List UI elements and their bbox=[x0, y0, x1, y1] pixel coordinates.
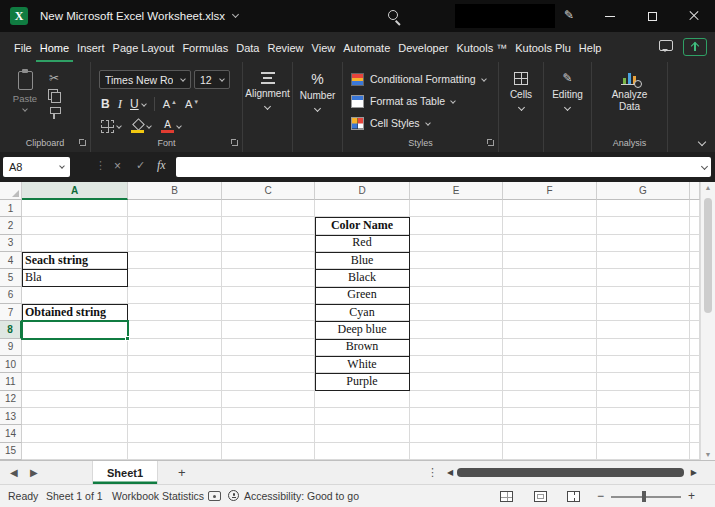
cell-overflow-14[interactable] bbox=[690, 425, 700, 442]
cell-D14[interactable] bbox=[315, 425, 410, 442]
cell-G9[interactable] bbox=[597, 339, 690, 356]
tab-review[interactable]: Review bbox=[263, 36, 307, 62]
cell-D7[interactable]: Cyan bbox=[315, 304, 410, 321]
zoom-slider-thumb[interactable] bbox=[642, 491, 646, 502]
styles-dialog-launcher[interactable] bbox=[487, 139, 495, 147]
tab-file[interactable]: File bbox=[10, 36, 36, 62]
enter-icon[interactable]: ✓ bbox=[136, 159, 145, 172]
cell-B6[interactable] bbox=[128, 287, 222, 304]
cell-C5[interactable] bbox=[222, 269, 315, 286]
cell-E14[interactable] bbox=[410, 425, 503, 442]
underline-button[interactable]: U bbox=[130, 97, 146, 111]
font-dialog-launcher[interactable] bbox=[231, 139, 239, 147]
collapse-ribbon-chevron-icon[interactable] bbox=[698, 138, 706, 146]
tab-insert[interactable]: Insert bbox=[73, 36, 109, 62]
cell-F6[interactable] bbox=[503, 287, 597, 304]
select-all-button[interactable] bbox=[0, 182, 22, 200]
tab-kutools-plu[interactable]: Kutools Plu bbox=[511, 36, 575, 62]
decrease-font-button[interactable]: A▼ bbox=[185, 98, 199, 110]
cell-G7[interactable] bbox=[597, 304, 690, 321]
cell-F14[interactable] bbox=[503, 425, 597, 442]
column-header-G[interactable]: G bbox=[597, 182, 690, 200]
cell-overflow-8[interactable] bbox=[690, 321, 700, 338]
clipboard-dialog-launcher[interactable] bbox=[79, 139, 87, 147]
sheet-tab-sheet1[interactable]: Sheet1 bbox=[92, 461, 158, 484]
document-title[interactable]: New Microsoft Excel Worksheet.xlsx bbox=[40, 10, 225, 22]
row-header-12[interactable]: 12 bbox=[0, 391, 22, 408]
cell-E6[interactable] bbox=[410, 287, 503, 304]
title-chevron-icon[interactable] bbox=[232, 11, 239, 18]
cell-E2[interactable] bbox=[410, 217, 503, 234]
cell-D15[interactable] bbox=[315, 443, 410, 460]
cell-G4[interactable] bbox=[597, 252, 690, 269]
workbook-statistics-button[interactable]: Workbook Statistics bbox=[112, 490, 204, 502]
cell-E12[interactable] bbox=[410, 391, 503, 408]
tab-page-layout[interactable]: Page Layout bbox=[109, 36, 179, 62]
column-header-E[interactable]: E bbox=[410, 182, 503, 200]
font-name-select[interactable]: Times New Ro bbox=[99, 70, 191, 89]
cell-G11[interactable] bbox=[597, 373, 690, 390]
cell-C10[interactable] bbox=[222, 356, 315, 373]
cell-G1[interactable] bbox=[597, 200, 690, 217]
cell-C1[interactable] bbox=[222, 200, 315, 217]
cell-B11[interactable] bbox=[128, 373, 222, 390]
zoom-out-button[interactable]: − bbox=[597, 489, 604, 503]
cell-F3[interactable] bbox=[503, 235, 597, 252]
cell-G15[interactable] bbox=[597, 443, 690, 460]
scroll-down-icon[interactable]: ▼ bbox=[701, 451, 715, 458]
row-header-11[interactable]: 11 bbox=[0, 373, 22, 390]
cell-overflow-7[interactable] bbox=[690, 304, 700, 321]
alignment-group-button[interactable]: Alignment bbox=[243, 72, 292, 109]
cancel-icon[interactable]: × bbox=[114, 159, 121, 173]
cell-B1[interactable] bbox=[128, 200, 222, 217]
cell-C9[interactable] bbox=[222, 339, 315, 356]
cell-G14[interactable] bbox=[597, 425, 690, 442]
cell-B12[interactable] bbox=[128, 391, 222, 408]
cell-F13[interactable] bbox=[503, 408, 597, 425]
cell-G12[interactable] bbox=[597, 391, 690, 408]
cell-C13[interactable] bbox=[222, 408, 315, 425]
cell-C2[interactable] bbox=[222, 217, 315, 234]
hscroll-right-icon[interactable]: ▶ bbox=[691, 468, 697, 477]
font-size-select[interactable]: 12 bbox=[194, 70, 230, 89]
cut-button[interactable]: ✂ bbox=[49, 72, 59, 84]
cell-F10[interactable] bbox=[503, 356, 597, 373]
sheet-nav-right-icon[interactable]: ▶ bbox=[30, 467, 38, 478]
search-icon[interactable] bbox=[388, 10, 401, 23]
cell-D9[interactable]: Brown bbox=[315, 339, 410, 356]
cell-B4[interactable] bbox=[128, 252, 222, 269]
cell-C6[interactable] bbox=[222, 287, 315, 304]
cell-A14[interactable] bbox=[22, 425, 128, 442]
display-settings-icon[interactable] bbox=[208, 491, 221, 501]
cell-D5[interactable]: Black bbox=[315, 269, 410, 286]
insert-function-button[interactable]: fx bbox=[157, 158, 166, 173]
analyze-data-button[interactable]: Analyze Data bbox=[592, 70, 667, 113]
column-header-C[interactable]: C bbox=[222, 182, 315, 200]
cell-A10[interactable] bbox=[22, 356, 128, 373]
row-header-10[interactable]: 10 bbox=[0, 356, 22, 373]
cell-E3[interactable] bbox=[410, 235, 503, 252]
vertical-scrollbar[interactable]: ▲ ▼ bbox=[700, 182, 715, 460]
cell-E1[interactable] bbox=[410, 200, 503, 217]
cell-A13[interactable] bbox=[22, 408, 128, 425]
cell-D13[interactable] bbox=[315, 408, 410, 425]
cell-F9[interactable] bbox=[503, 339, 597, 356]
cell-G10[interactable] bbox=[597, 356, 690, 373]
cell-overflow-12[interactable] bbox=[690, 391, 700, 408]
cell-E15[interactable] bbox=[410, 443, 503, 460]
italic-button[interactable]: I bbox=[118, 96, 122, 112]
cell-overflow-10[interactable] bbox=[690, 356, 700, 373]
cell-C15[interactable] bbox=[222, 443, 315, 460]
number-group-button[interactable]: % Number bbox=[293, 72, 342, 111]
cell-C4[interactable] bbox=[222, 252, 315, 269]
cell-B15[interactable] bbox=[128, 443, 222, 460]
row-header-2[interactable]: 2 bbox=[0, 217, 22, 234]
tab-developer[interactable]: Developer bbox=[394, 36, 452, 62]
column-header-B[interactable]: B bbox=[128, 182, 222, 200]
cell-C3[interactable] bbox=[222, 235, 315, 252]
excel-logo-icon[interactable]: X bbox=[10, 7, 28, 25]
cell-C14[interactable] bbox=[222, 425, 315, 442]
format-as-table-button[interactable]: Format as Table bbox=[351, 92, 455, 110]
cell-E11[interactable] bbox=[410, 373, 503, 390]
cell-F1[interactable] bbox=[503, 200, 597, 217]
